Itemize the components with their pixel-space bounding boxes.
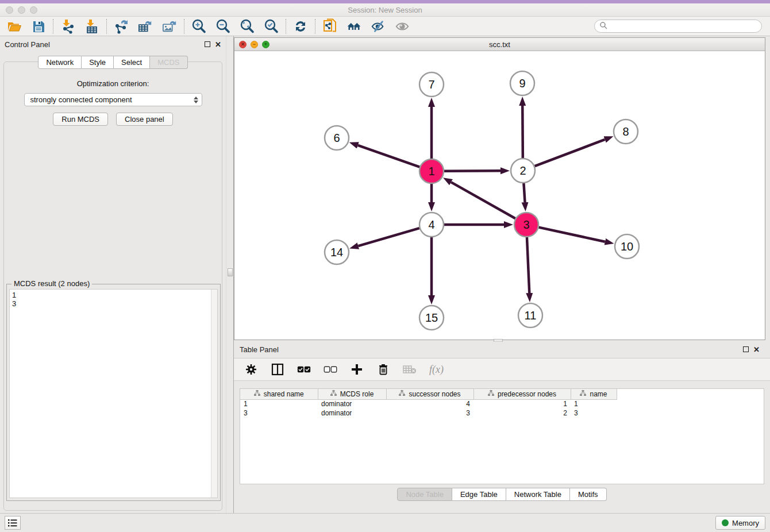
main-toolbar bbox=[0, 17, 770, 36]
table-cell[interactable]: dominator bbox=[318, 399, 386, 408]
tab-mcds[interactable]: MCDS bbox=[150, 56, 187, 69]
export-image-icon[interactable] bbox=[162, 19, 177, 34]
mcds-result-group: MCDS result (2 nodes) 1 3 bbox=[6, 284, 221, 501]
close-panel-button[interactable]: Close panel bbox=[116, 113, 173, 126]
graph-node-label: 4 bbox=[428, 218, 434, 231]
panel-splitter[interactable] bbox=[226, 36, 234, 513]
table-cell[interactable]: 4 bbox=[386, 399, 473, 408]
export-table-icon[interactable] bbox=[138, 19, 153, 34]
close-window-icon[interactable] bbox=[6, 6, 13, 14]
column-header-successor-nodes[interactable]: successor nodes bbox=[386, 389, 473, 399]
run-mcds-button[interactable]: Run MCDS bbox=[53, 113, 108, 126]
zoom-out-icon[interactable] bbox=[215, 19, 230, 34]
mcds-result-text[interactable]: 1 3 bbox=[10, 290, 211, 498]
duplicate-network-icon[interactable] bbox=[322, 19, 337, 34]
column-header-MCDS-role[interactable]: MCDS role bbox=[318, 389, 386, 399]
zoom-selected-icon[interactable] bbox=[264, 19, 279, 34]
float-table-panel-icon[interactable] bbox=[743, 346, 749, 352]
table-row[interactable]: 3dominator323 bbox=[240, 408, 617, 418]
tab-select[interactable]: Select bbox=[114, 56, 150, 69]
maximize-window-icon[interactable] bbox=[30, 6, 37, 14]
table-tabs: Node TableEdge TableNetwork TableMotifs bbox=[234, 488, 770, 501]
graph-edge-3-10[interactable] bbox=[538, 228, 605, 242]
first-neighbors-icon[interactable] bbox=[346, 19, 361, 34]
column-layout-icon[interactable] bbox=[271, 363, 284, 376]
network-maximize-icon[interactable]: + bbox=[262, 41, 270, 48]
table-panel-title: Table Panel bbox=[240, 345, 279, 354]
close-panel-icon[interactable]: ✕ bbox=[215, 41, 221, 48]
table-cell[interactable]: 3 bbox=[571, 408, 617, 418]
mcds-result-title: MCDS result (2 nodes) bbox=[11, 279, 92, 288]
column-header-name[interactable]: name bbox=[571, 389, 617, 399]
status-bar: Memory bbox=[0, 513, 770, 532]
network-minimize-icon[interactable]: − bbox=[251, 41, 258, 48]
settings-icon[interactable] bbox=[244, 363, 258, 376]
column-type-icon bbox=[399, 390, 405, 398]
add-row-icon[interactable] bbox=[350, 363, 364, 376]
graph-node-label: 15 bbox=[425, 311, 438, 324]
node-table[interactable]: shared nameMCDS rolesuccessor nodesprede… bbox=[240, 388, 764, 484]
result-scrollbar[interactable] bbox=[211, 290, 217, 498]
table-cell[interactable]: 1 bbox=[240, 399, 318, 408]
table-cell[interactable]: dominator bbox=[318, 408, 386, 418]
tab-edge-table[interactable]: Edge Table bbox=[452, 488, 506, 501]
graph-edge-2-3[interactable] bbox=[523, 183, 525, 202]
task-history-button[interactable] bbox=[5, 516, 21, 530]
show-all-icon[interactable] bbox=[395, 19, 410, 34]
table-cell[interactable]: 1 bbox=[473, 399, 571, 408]
table-row[interactable]: 1dominator411 bbox=[240, 399, 617, 408]
tab-network-table[interactable]: Network Table bbox=[506, 488, 570, 501]
hide-selected-icon[interactable] bbox=[371, 19, 386, 34]
network-window-titlebar[interactable]: ✕ − + scc.txt bbox=[234, 38, 765, 51]
zoom-in-icon[interactable] bbox=[191, 19, 206, 34]
column-header-shared-name[interactable]: shared name bbox=[240, 389, 318, 399]
column-header-predecessor-nodes[interactable]: predecessor nodes bbox=[473, 389, 571, 399]
tab-style[interactable]: Style bbox=[82, 56, 114, 69]
minimize-window-icon[interactable] bbox=[18, 6, 25, 14]
table-cell[interactable]: 3 bbox=[240, 408, 318, 418]
import-table-icon[interactable] bbox=[84, 19, 99, 34]
float-panel-icon[interactable] bbox=[205, 41, 210, 47]
refresh-layout-icon[interactable] bbox=[293, 19, 308, 34]
close-table-panel-icon[interactable]: ✕ bbox=[753, 346, 760, 353]
table-cell[interactable]: 1 bbox=[571, 399, 617, 408]
search-input[interactable] bbox=[607, 22, 757, 30]
network-close-icon[interactable]: ✕ bbox=[239, 41, 247, 48]
memory-status-icon bbox=[722, 519, 729, 526]
graph-edge-3-1[interactable] bbox=[451, 182, 515, 218]
table-cell[interactable]: 3 bbox=[386, 408, 473, 418]
graph-edge-3-11[interactable] bbox=[527, 237, 529, 293]
control-panel: Control Panel ✕ NetworkStyleSelectMCDS O… bbox=[0, 36, 226, 513]
function-builder-icon: f(x) bbox=[429, 364, 444, 376]
delete-row-icon[interactable] bbox=[376, 363, 390, 376]
mcds-panel: Optimization criterion: strongly connect… bbox=[3, 61, 222, 511]
tab-network[interactable]: Network bbox=[38, 56, 82, 69]
open-session-icon[interactable] bbox=[7, 19, 22, 34]
deselect-all-icon[interactable] bbox=[324, 363, 337, 376]
export-network-icon[interactable] bbox=[114, 19, 129, 34]
tab-motifs[interactable]: Motifs bbox=[570, 488, 607, 501]
control-panel-tabs: NetworkStyleSelectMCDS bbox=[0, 56, 226, 69]
tab-node-table[interactable]: Node Table bbox=[397, 488, 452, 501]
network-graph[interactable]: 7968124314101511 bbox=[234, 51, 765, 340]
graph-edge-2-9[interactable] bbox=[522, 106, 523, 158]
optimization-select[interactable]: strongly connected component bbox=[24, 93, 202, 106]
network-canvas[interactable]: 7968124314101511 bbox=[234, 51, 765, 340]
search-box[interactable] bbox=[594, 20, 762, 33]
network-window[interactable]: ✕ − + scc.txt 7968124314101511 bbox=[234, 37, 765, 340]
table-cell[interactable]: 2 bbox=[473, 408, 571, 418]
graph-edge-2-8[interactable] bbox=[535, 140, 605, 166]
save-session-icon[interactable] bbox=[31, 19, 46, 34]
graph-edge-4-14[interactable] bbox=[358, 228, 419, 246]
memory-button[interactable]: Memory bbox=[715, 516, 765, 530]
import-network-icon[interactable] bbox=[60, 19, 75, 34]
column-type-icon bbox=[254, 390, 260, 398]
graph-edge-1-2[interactable] bbox=[444, 171, 500, 171]
delete-table-icon bbox=[403, 363, 417, 376]
select-all-icon[interactable] bbox=[297, 363, 311, 376]
zoom-fit-icon[interactable] bbox=[240, 19, 255, 34]
memory-label: Memory bbox=[732, 519, 759, 527]
splitter-grip[interactable] bbox=[228, 268, 233, 276]
graph-edge-1-6[interactable] bbox=[358, 145, 419, 167]
column-type-icon bbox=[330, 390, 337, 398]
